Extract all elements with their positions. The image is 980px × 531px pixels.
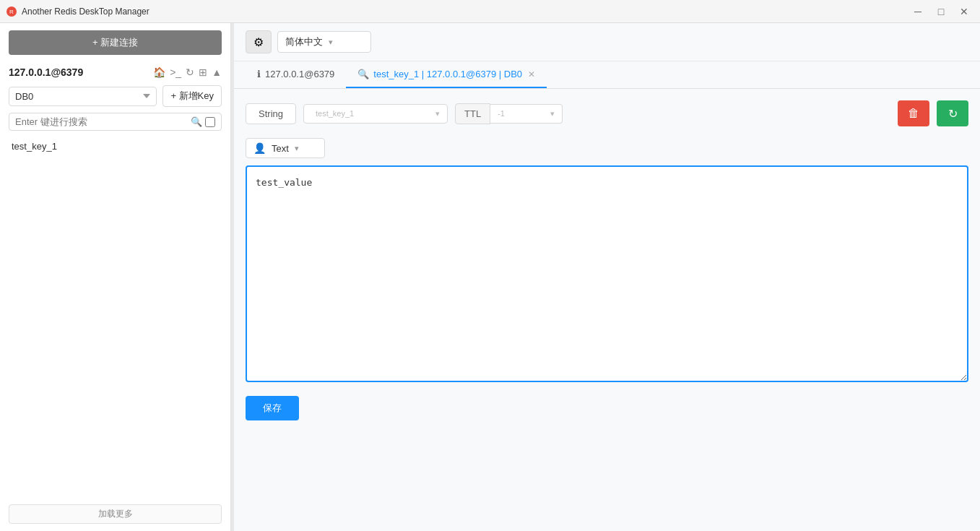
tab-server-info[interactable]: ℹ 127.0.0.1@6379 (246, 61, 346, 88)
title-bar-left: R Another Redis DeskTop Manager (6, 6, 149, 17)
search-checkbox[interactable] (205, 117, 215, 127)
reload-icon[interactable]: ↻ (186, 66, 194, 78)
refresh-button[interactable]: ↻ (937, 100, 968, 126)
home-icon[interactable]: 🏠 (153, 66, 165, 78)
load-more-button[interactable]: 加载更多 (9, 504, 222, 524)
title-bar-controls: ─ □ ✕ (908, 3, 974, 20)
format-chevron-icon: ▾ (295, 144, 299, 153)
add-key-button[interactable]: + 新增Key (162, 85, 222, 107)
language-select[interactable]: 简体中文 ▾ (277, 31, 371, 53)
key-detail-panel: String test_key_1 ▾ TTL -1 ▾ 🗑 (234, 89, 980, 531)
search-wrap: 🔍 (9, 113, 222, 131)
search-input[interactable] (15, 116, 188, 127)
sidebar-search-row: 🔍 (0, 110, 230, 137)
title-bar: R Another Redis DeskTop Manager ─ □ ✕ (0, 0, 980, 23)
format-row: 👤 Text ▾ (246, 138, 968, 158)
value-textarea[interactable]: test_value (246, 165, 968, 382)
db-select[interactable]: DB0 DB1 DB2 DB3 (9, 87, 157, 106)
language-label: 简体中文 (285, 35, 323, 48)
ttl-label: TTL (455, 103, 490, 124)
key-row: String test_key_1 ▾ TTL -1 ▾ 🗑 (246, 100, 968, 126)
format-label: Text (272, 143, 289, 154)
ttl-value: -1 (498, 109, 505, 118)
minimize-button[interactable]: ─ (908, 3, 928, 20)
load-more-section: 加载更多 (0, 500, 230, 531)
format-select[interactable]: 👤 Text ▾ (246, 138, 325, 158)
key-name-value: test_key_1 (316, 109, 354, 118)
content-area: ⚙ 简体中文 ▾ ℹ 127.0.0.1@6379 🔍 test_key_1 |… (234, 23, 980, 531)
grid-icon[interactable]: ⊞ (199, 66, 207, 78)
tabs-bar: ℹ 127.0.0.1@6379 🔍 test_key_1 | 127.0.0.… (234, 61, 980, 89)
connection-name: 127.0.0.1@6379 (9, 66, 83, 78)
gear-icon: ⚙ (253, 35, 264, 49)
maximize-button[interactable]: □ (931, 3, 951, 20)
ttl-input[interactable]: -1 ▾ (490, 104, 563, 124)
tab-close-icon[interactable]: ✕ (528, 69, 535, 79)
refresh-icon: ↻ (948, 107, 958, 121)
tab-key-detail[interactable]: 🔍 test_key_1 | 127.0.0.1@6379 | DB0 ✕ (346, 61, 547, 88)
info-icon: ℹ (257, 69, 261, 79)
save-button[interactable]: 保存 (246, 396, 299, 420)
lang-chevron-icon: ▾ (329, 38, 333, 47)
key-name-chevron-icon: ▾ (435, 109, 440, 118)
connection-icons: 🏠 >_ ↻ ⊞ ▲ (153, 66, 222, 78)
content-toolbar: ⚙ 简体中文 ▾ (234, 23, 980, 61)
sidebar: + 新建连接 127.0.0.1@6379 🏠 >_ ↻ ⊞ ▲ DB0 DB1… (0, 23, 231, 531)
settings-button[interactable]: ⚙ (246, 30, 272, 53)
tab-key-label: test_key_1 | 127.0.0.1@6379 | DB0 (373, 69, 522, 79)
key-list: test_key_1 (0, 137, 230, 500)
tab-server-label: 127.0.0.1@6379 (265, 69, 334, 79)
close-button[interactable]: ✕ (954, 3, 974, 20)
search-icon: 🔍 (191, 116, 202, 127)
delete-button[interactable]: 🗑 (898, 100, 929, 126)
app-title: Another Redis DeskTop Manager (22, 7, 149, 17)
terminal-icon[interactable]: >_ (170, 66, 181, 78)
format-icon: 👤 (253, 142, 266, 154)
main-container: + 新建连接 127.0.0.1@6379 🏠 >_ ↻ ⊞ ▲ DB0 DB1… (0, 23, 980, 531)
svg-text:R: R (9, 9, 14, 15)
list-item[interactable]: test_key_1 (9, 137, 222, 156)
delete-icon: 🗑 (908, 107, 919, 120)
search-tab-icon: 🔍 (357, 69, 369, 79)
ttl-group: TTL -1 ▾ (455, 103, 669, 124)
key-name: test_key_1 (12, 141, 57, 152)
collapse-icon[interactable]: ▲ (212, 66, 222, 78)
sidebar-db-row: DB0 DB1 DB2 DB3 + 新增Key (0, 82, 230, 110)
app-logo: R (6, 6, 17, 17)
sidebar-connection: 127.0.0.1@6379 🏠 >_ ↻ ⊞ ▲ (0, 62, 230, 82)
ttl-chevron-icon: ▾ (550, 109, 555, 118)
key-name-field[interactable]: test_key_1 ▾ (303, 104, 448, 124)
key-type-badge: String (246, 103, 296, 124)
new-connection-button[interactable]: + 新建连接 (9, 30, 222, 55)
